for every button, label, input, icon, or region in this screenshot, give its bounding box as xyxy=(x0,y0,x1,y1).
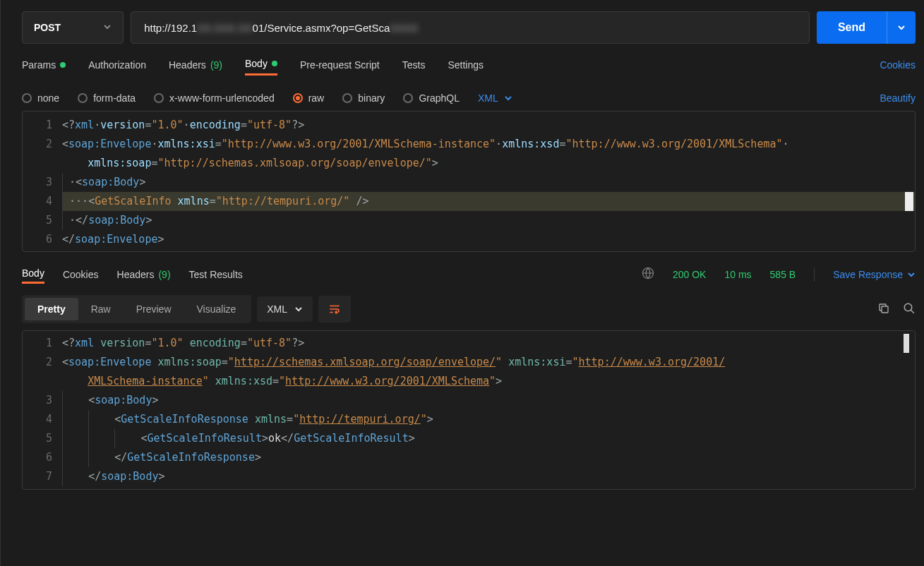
view-preview[interactable]: Preview xyxy=(124,298,184,320)
radio-none[interactable]: none xyxy=(22,92,59,104)
radio-icon xyxy=(22,93,32,103)
view-pretty[interactable]: Pretty xyxy=(25,298,78,320)
response-format-select[interactable]: XML xyxy=(257,296,313,322)
radio-icon xyxy=(78,93,88,103)
tab-response-testresults[interactable]: Test Results xyxy=(189,266,243,283)
url-input[interactable]: http://192.1XX.XXX.XX01/Service.asmx?op=… xyxy=(131,11,810,44)
radio-raw[interactable]: raw xyxy=(293,92,325,104)
tab-response-cookies[interactable]: Cookies xyxy=(63,266,99,283)
response-tabs: Body Cookies Headers (9) Test Results 20… xyxy=(22,252,916,288)
svg-rect-1 xyxy=(882,306,888,313)
status-code: 200 OK xyxy=(673,269,706,280)
radio-icon xyxy=(403,93,413,103)
cursor-marker xyxy=(905,192,913,211)
radio-graphql[interactable]: GraphQL xyxy=(403,92,460,104)
scroll-marker xyxy=(904,334,909,353)
tab-prerequest[interactable]: Pre-request Script xyxy=(300,55,380,75)
url-text: http://192.1 xyxy=(144,22,197,34)
chevron-down-icon xyxy=(907,270,916,279)
dot-indicator xyxy=(60,62,66,68)
view-mode-segment: Pretty Raw Preview Visualize xyxy=(22,295,251,323)
radio-formdata[interactable]: form-data xyxy=(78,92,136,104)
view-raw[interactable]: Raw xyxy=(78,298,124,320)
chevron-down-icon xyxy=(294,305,303,313)
send-button[interactable]: Send xyxy=(817,11,916,44)
method-select[interactable]: POST xyxy=(22,11,124,44)
wrap-lines-button[interactable] xyxy=(318,296,351,323)
radio-icon xyxy=(293,93,303,103)
tab-settings[interactable]: Settings xyxy=(448,55,484,75)
copy-icon[interactable] xyxy=(877,302,890,317)
tab-response-body[interactable]: Body xyxy=(22,265,44,284)
request-bar: POST http://192.1XX.XXX.XX01/Service.asm… xyxy=(22,0,916,54)
request-body-editor[interactable]: 1<?xml·version="1.0"·encoding="utf-8"?> … xyxy=(22,111,916,252)
dot-indicator xyxy=(272,61,277,66)
view-visualize[interactable]: Visualize xyxy=(184,298,249,320)
format-select[interactable]: XML xyxy=(478,92,512,104)
save-response[interactable]: Save Response xyxy=(833,269,916,280)
radio-urlencoded[interactable]: x-www-form-urlencoded xyxy=(154,92,275,104)
search-icon[interactable] xyxy=(903,302,916,317)
tab-body[interactable]: Body xyxy=(245,54,277,76)
svg-point-2 xyxy=(904,303,912,311)
radio-binary[interactable]: binary xyxy=(342,92,385,104)
response-body-viewer[interactable]: 1<?xml version="1.0" encoding="utf-8"?> … xyxy=(22,330,916,490)
response-size: 585 B xyxy=(770,269,796,280)
radio-icon xyxy=(342,93,352,103)
tab-headers[interactable]: Headers (9) xyxy=(169,55,222,75)
tab-response-headers[interactable]: Headers (9) xyxy=(117,266,171,283)
cookies-link[interactable]: Cookies xyxy=(880,59,916,71)
wrap-icon xyxy=(328,303,341,315)
send-dropdown[interactable] xyxy=(887,11,916,44)
tab-params[interactable]: Params xyxy=(22,55,66,75)
tab-authorization[interactable]: Authorization xyxy=(88,55,146,75)
response-time: 10 ms xyxy=(724,269,751,280)
tab-tests[interactable]: Tests xyxy=(402,55,426,75)
body-type-options: none form-data x-www-form-urlencoded raw… xyxy=(22,81,916,111)
request-tabs: Params Authorization Headers (9) Body Pr… xyxy=(22,54,916,81)
method-label: POST xyxy=(34,22,61,33)
radio-icon xyxy=(154,93,164,103)
chevron-down-icon xyxy=(103,22,112,33)
chevron-down-icon xyxy=(504,94,512,102)
globe-icon[interactable] xyxy=(642,267,654,282)
response-view-options: Pretty Raw Preview Visualize XML xyxy=(22,288,916,330)
beautify-link[interactable]: Beautify xyxy=(880,92,916,104)
